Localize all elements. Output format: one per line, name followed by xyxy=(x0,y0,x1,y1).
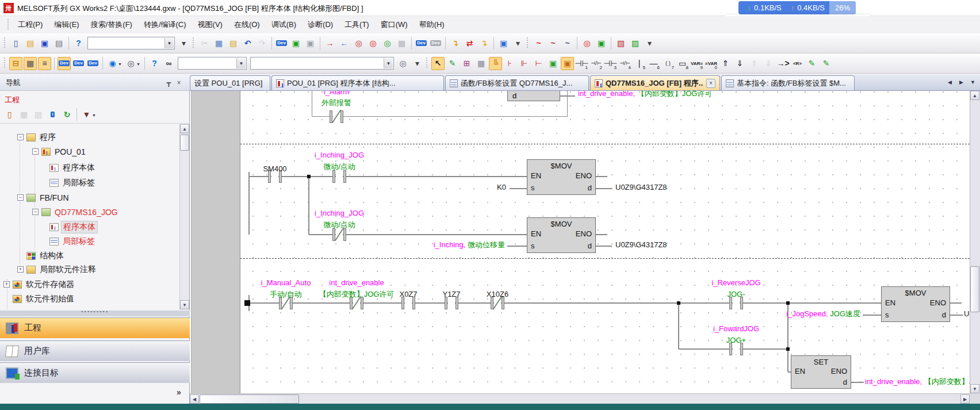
ladder-label[interactable]: 微动/点动 xyxy=(323,220,355,229)
network-speed-widget[interactable]: ↓0.1KB/S ↑0.4KB/S 26% xyxy=(738,1,856,14)
trace-setting-button[interactable]: ~ xyxy=(532,37,545,50)
tab-5[interactable]: 基本指令: 函数/FB标签设置 $M... xyxy=(721,75,855,90)
cut-button[interactable]: ✂ xyxy=(198,37,211,50)
device-display-button[interactable]: Dev xyxy=(415,37,428,50)
tree-item-QD77MS16_JOG[interactable]: QD77MS16_JOG xyxy=(53,206,120,219)
find-button[interactable]: ∞ xyxy=(162,57,175,70)
falling-pulse-button[interactable]: ⇓ xyxy=(733,57,747,70)
tree-item-局部标签[interactable]: 局部标签 xyxy=(61,177,97,189)
scrollbar-thumb[interactable] xyxy=(970,266,979,312)
toolbar-overflow-button[interactable]: ▾ xyxy=(511,37,525,50)
tab-menu-button[interactable]: ▼ xyxy=(968,76,978,87)
paste-item-button[interactable]: ▤ xyxy=(32,108,45,121)
plc-read-button[interactable]: ← xyxy=(338,37,351,50)
ladder-label[interactable]: U0Z9\G4317Z8 xyxy=(615,183,667,192)
tree-item-局部软元件注释[interactable]: 局部软元件注释 xyxy=(38,263,98,276)
toolbar-overflow-button[interactable]: ▾ xyxy=(411,57,424,70)
toolbar-overflow-button[interactable]: ▾ xyxy=(643,37,656,50)
scroll-left-icon[interactable]: ◀ xyxy=(190,394,199,404)
menu-搜索/替换F[interactable]: 搜索/替换(F) xyxy=(85,17,138,32)
scroll-down-icon[interactable]: ▼ xyxy=(180,300,189,309)
function-block-MOV[interactable]: $MOVENENOsd xyxy=(527,217,596,253)
nc-contact[interactable] xyxy=(343,228,346,241)
vertical-line-button[interactable]: |5 xyxy=(633,57,646,70)
ladder-label[interactable]: JOG+ xyxy=(726,336,746,345)
help2-button[interactable]: ? xyxy=(148,57,161,70)
tree-scrollbar[interactable]: ▲ ▼ xyxy=(179,124,189,309)
close-icon[interactable]: × xyxy=(174,78,184,88)
save-project-button[interactable]: ▣ xyxy=(38,37,51,50)
tab-4[interactable]: QD77MS16_JOG [FB] 程序...× xyxy=(590,75,720,90)
new-project-button[interactable]: ▯ xyxy=(9,37,22,50)
filter-combo-1[interactable]: ▼ xyxy=(178,57,247,70)
auto-connect-button[interactable]: ⊞ xyxy=(460,57,473,70)
watch-register-button[interactable]: ◎ xyxy=(580,37,594,50)
ladder-label[interactable]: Y1Z7 xyxy=(442,290,460,299)
fb-port-box[interactable]: d xyxy=(507,91,560,101)
interconnect-mode-button[interactable]: ✎ xyxy=(446,57,459,70)
scroll-up-icon[interactable]: ▲ xyxy=(180,124,189,133)
menu-工具T[interactable]: 工具(T) xyxy=(339,17,375,32)
ladder-label[interactable]: i_FowardJOG xyxy=(713,324,759,334)
ladder-label[interactable]: i_Inching_JOG xyxy=(315,209,364,218)
copy-button[interactable]: ▦ xyxy=(212,37,225,50)
rising-pulse-button[interactable]: ⇑ xyxy=(719,57,732,70)
menu-编辑E[interactable]: 编辑(E) xyxy=(48,17,85,32)
open-contact-button[interactable]: ⊣⊢1 xyxy=(575,57,588,70)
select-mode-button[interactable]: ↖ xyxy=(431,57,445,70)
tree-item-软元件初始值[interactable]: 软元件初始值 xyxy=(24,293,76,305)
ladder-label[interactable]: i_JogSpeed, JOG速度 xyxy=(786,309,860,319)
ladder-label[interactable]: U0Z9\G4317Z8 xyxy=(615,240,667,250)
ladder-label[interactable]: i_ReverseJOG xyxy=(711,278,760,288)
tab-scroll-buttons[interactable]: ◀▶▼ xyxy=(945,76,978,87)
new-item-button[interactable]: ▯ xyxy=(3,108,16,121)
menu-转换/编译C[interactable]: 转换/编译(C) xyxy=(138,17,192,32)
toolbar-overflow-button[interactable]: ▾ xyxy=(177,37,190,50)
combo-dropdown-icon[interactable]: ▼ xyxy=(236,58,246,68)
sort-filter-button[interactable]: ▼▼ xyxy=(80,108,93,121)
graph-green-button[interactable]: ▨ xyxy=(629,37,642,50)
horizontal-line-button[interactable]: —6 xyxy=(647,57,660,70)
info-button[interactable]: i xyxy=(46,108,59,121)
coil-button[interactable]: ( )7 xyxy=(661,57,675,70)
falling-pulse2-button[interactable]: ⇓ xyxy=(762,57,775,70)
nav-button-工程[interactable]: 工程 xyxy=(0,317,190,338)
tab-prev-button[interactable]: ◀ xyxy=(945,76,955,87)
ladder-label[interactable]: 手动/自动 xyxy=(270,290,302,299)
ladder-label[interactable]: int_drive_enable, 【内部变数】JOG许可 xyxy=(578,91,712,98)
tree-item-程序本体[interactable]: 程序本体 xyxy=(61,221,98,233)
project-view-button[interactable]: ⊟ xyxy=(9,57,22,70)
close-contact-button[interactable]: ⊣/⊢2 xyxy=(589,57,603,70)
module-configuration-button[interactable]: ▦ xyxy=(24,57,37,70)
device-batch-button[interactable]: ▦ xyxy=(395,37,408,50)
remote-operation-button[interactable]: ▣ xyxy=(497,37,510,50)
monitor-start-button[interactable]: ▣ xyxy=(289,37,303,50)
combo-dropdown-icon[interactable]: ▼ xyxy=(164,38,174,48)
device-write-button[interactable]: Dev xyxy=(275,37,288,50)
expand-icon[interactable]: + xyxy=(17,266,24,273)
connector-b-button[interactable]: ✎ xyxy=(820,57,833,70)
ladder-canvas[interactable]: d$MOVENENOsd$MOVENENOsd$MOVENENOsdSETENE… xyxy=(190,91,970,393)
close-tab-icon[interactable]: × xyxy=(706,79,715,88)
monitor-stop-button[interactable]: ▣ xyxy=(304,37,317,50)
help-button[interactable]: ? xyxy=(72,37,85,50)
return-button[interactable]: <R> xyxy=(791,57,804,70)
plc-write-button[interactable]: → xyxy=(323,37,336,50)
graph-red-button[interactable]: ▧ xyxy=(614,37,627,50)
jump-button[interactable]: →> xyxy=(776,57,790,70)
statement-jump-button[interactable]: ↴ xyxy=(449,37,462,50)
ladder-label[interactable]: SM400 xyxy=(263,164,286,174)
tree-item-POU_01[interactable]: POU_01 xyxy=(53,145,87,158)
no-contact[interactable] xyxy=(332,170,335,183)
pin-icon[interactable]: ┳ xyxy=(163,78,174,88)
menu-窗口W[interactable]: 窗口(W) xyxy=(375,17,414,32)
device-display-menu-button[interactable]: ◉▼ xyxy=(106,57,119,70)
nav-button-连接目标[interactable]: 连接目标 xyxy=(0,362,190,383)
ladder-label[interactable]: 【内部变数】JOG许可 xyxy=(319,290,395,299)
collapse-icon[interactable]: − xyxy=(32,209,39,215)
intelligent-monitor-button[interactable]: ▣ xyxy=(595,37,608,50)
vertical-scrollbar[interactable]: ▲ ▼ xyxy=(970,91,980,393)
tab-2[interactable]: POU_01 [PRG] 程序本体 [结构... xyxy=(271,75,444,90)
refresh-button[interactable]: ↻ xyxy=(60,108,74,121)
column-insert-button[interactable]: ⊩ xyxy=(518,57,531,70)
